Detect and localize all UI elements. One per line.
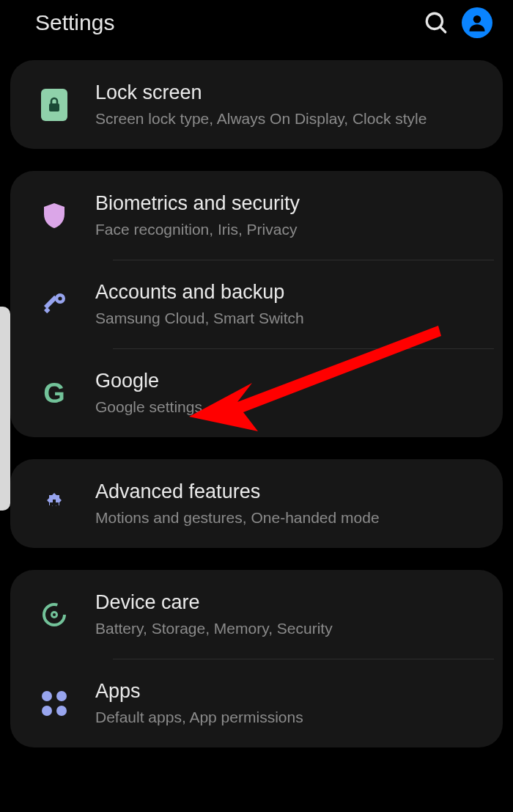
settings-item-apps[interactable]: Apps Default apps, App permissions	[10, 659, 503, 747]
item-subtitle: Samsung Cloud, Smart Switch	[95, 308, 487, 328]
search-icon[interactable]	[424, 10, 449, 35]
item-title: Accounts and backup	[95, 280, 487, 305]
scrollbar-thumb[interactable]	[0, 307, 10, 511]
item-subtitle: Default apps, App permissions	[95, 707, 487, 727]
settings-group: Lock screen Screen lock type, Always On …	[10, 60, 503, 149]
svg-line-1	[440, 27, 446, 32]
settings-item-biometrics-security[interactable]: Biometrics and security Face recognition…	[10, 171, 503, 260]
item-title: Biometrics and security	[95, 191, 487, 216]
item-title: Apps	[95, 679, 487, 704]
settings-item-lock-screen[interactable]: Lock screen Screen lock type, Always On …	[10, 60, 503, 149]
item-subtitle: Screen lock type, Always On Display, Clo…	[95, 109, 487, 128]
item-title: Google	[95, 369, 487, 394]
shield-icon	[37, 198, 72, 233]
gear-plus-icon	[37, 486, 72, 522]
item-title: Advanced features	[95, 480, 487, 505]
settings-item-device-care[interactable]: Device care Battery, Storage, Memory, Se…	[10, 570, 503, 659]
svg-point-2	[473, 15, 481, 23]
settings-group: Advanced features Motions and gestures, …	[10, 459, 503, 548]
header: Settings	[0, 0, 513, 60]
item-subtitle: Battery, Storage, Memory, Security	[95, 618, 487, 638]
apps-icon	[37, 686, 72, 721]
svg-rect-9	[50, 502, 59, 505]
svg-point-12	[53, 613, 56, 616]
settings-item-google[interactable]: G Google Google settings	[10, 348, 503, 437]
item-title: Device care	[95, 590, 487, 615]
google-icon: G	[37, 376, 72, 411]
item-subtitle: Face recognition, Iris, Privacy	[95, 219, 487, 239]
lock-icon	[37, 87, 72, 122]
item-subtitle: Google settings	[95, 397, 487, 417]
settings-group: Device care Battery, Storage, Memory, Se…	[10, 570, 503, 747]
svg-rect-3	[49, 103, 59, 111]
item-subtitle: Motions and gestures, One-handed mode	[95, 508, 487, 527]
item-title: Lock screen	[95, 81, 487, 106]
account-avatar[interactable]	[462, 7, 492, 38]
svg-rect-7	[44, 307, 50, 312]
settings-group: Biometrics and security Face recognition…	[10, 171, 503, 437]
svg-rect-6	[44, 295, 57, 308]
settings-item-advanced-features[interactable]: Advanced features Motions and gestures, …	[10, 459, 503, 548]
svg-point-5	[58, 296, 62, 300]
page-title: Settings	[35, 10, 410, 35]
device-care-icon	[37, 597, 72, 632]
settings-item-accounts-backup[interactable]: Accounts and backup Samsung Cloud, Smart…	[10, 260, 503, 348]
key-icon	[37, 287, 72, 322]
